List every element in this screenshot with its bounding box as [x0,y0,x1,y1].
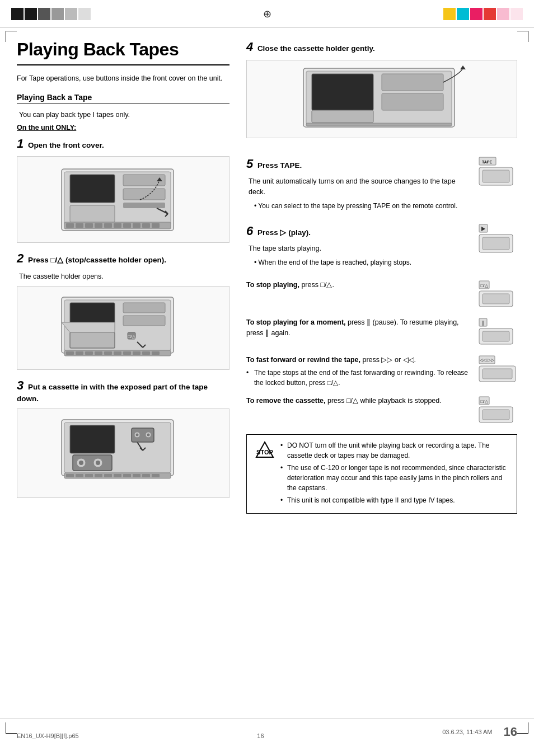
svg-point-45 [96,461,100,465]
step-3-number: 3 [17,378,24,392]
svg-rect-29 [76,351,83,355]
svg-rect-54 [85,474,93,477]
svg-rect-24 [70,332,115,348]
tip-remove: To remove the cassette, press □/△ while … [246,396,517,425]
svg-point-48 [136,433,139,436]
step-6-image [478,223,517,256]
svg-rect-89 [483,369,512,379]
step-6-content: 6 Press ▷ (play). The tape starts playin… [246,223,472,270]
svg-rect-17 [152,223,160,228]
svg-rect-14 [123,223,131,228]
step-6-desc: The tape starts playing. [249,243,472,254]
step-5-container: 5 Press TAPE. The unit automatically tur… [246,156,517,213]
step-2-title: Press □/△ (stop/cassette holder open). [28,256,166,264]
svg-rect-11 [95,223,102,228]
svg-rect-37 [152,351,160,355]
svg-rect-65 [382,74,443,91]
tip-remove-desc: press □/△ while playback is stopped. [327,397,442,405]
step-5-header: 5 Press TAPE. [246,156,472,172]
tip-remove-text: To remove the cassette, press □/△ while … [246,396,472,406]
svg-rect-23 [123,316,165,326]
tip-remove-img: □/△ [478,396,517,425]
tip-ffwd-label: To fast forward or rewind the tape, [246,356,360,364]
svg-rect-58 [123,474,131,477]
left-column: Playing Back Tapes For Tape operations, … [17,39,229,514]
tip-ffwd-bullet-text: The tape stops at the end of the fast fo… [254,369,468,387]
svg-rect-12 [104,223,112,228]
step-6-number: 6 [246,224,253,238]
note-item-3: This unit is not compatible with type II… [280,495,509,505]
step-1-number: 1 [17,137,24,151]
color-bars-left [11,8,91,20]
svg-rect-67 [312,110,373,123]
note-item-1: DO NOT turn off the unit while playing b… [280,440,509,461]
svg-point-43 [79,461,83,465]
svg-rect-31 [95,351,102,355]
step-4-title: Close the cassette holder gently. [257,44,375,53]
corner-mark-tl [6,31,17,42]
svg-text:◁◁  ▷▷: ◁◁ ▷▷ [480,358,495,363]
color-bar-yellow [443,8,456,20]
tip-ffwd-svg: ◁◁ ▷▷ [478,355,517,383]
main-content: Playing Back Tapes For Tape operations, … [0,28,534,525]
color-bar-black2 [25,8,37,20]
tip-remove-svg: □/△ [478,396,514,424]
intro-text: For Tape operations, use buttons inside … [17,73,229,84]
note-icon: STOP [255,440,275,508]
svg-rect-66 [382,93,443,110]
svg-rect-30 [85,351,93,355]
svg-rect-8 [66,223,74,228]
svg-rect-34 [123,351,131,355]
color-bar-magenta [470,8,483,20]
tip-ffwd-text: To fast forward or rewind the tape, pres… [246,355,472,388]
svg-text:TAPE: TAPE [482,160,492,164]
svg-rect-2 [70,175,115,203]
crosshair-symbol: ⊕ [91,8,443,20]
step-2-header: 2 Press □/△ (stop/cassette holder open). [17,251,229,267]
tip-ffwd-desc: press ▷▷ or ◁◁. [362,356,416,364]
svg-rect-15 [133,223,140,228]
svg-rect-64 [312,74,373,110]
step-4-illustration [246,60,517,138]
color-bar-gray [51,8,64,20]
tip-stop-text: press □/△. [301,281,334,289]
color-bar-lightgray [65,8,77,20]
svg-rect-36 [142,351,150,355]
tip-pause-img: ‖ [478,317,517,347]
svg-rect-40 [70,425,115,453]
stop-warning-icon-svg: STOP [255,440,275,461]
tip-ffwd: To fast forward or rewind the tape, pres… [246,355,517,388]
svg-rect-85 [483,331,509,341]
svg-rect-9 [76,223,83,228]
tip-remove-label: To remove the cassette, [246,397,326,405]
color-bar-lightest [78,8,91,20]
tip-stop-label: To stop playing, [246,281,299,289]
svg-rect-10 [85,223,93,228]
tip-stop-playing: To stop playing, press □/△. □/△ [246,280,517,309]
step-5-content: 5 Press TAPE. The unit automatically tur… [246,156,472,213]
tip-remove-para: To remove the cassette, press □/△ while … [246,396,472,406]
svg-rect-32 [104,351,112,355]
step-4-content: 4 Close the cassette holder gently. [246,39,517,146]
section-subtitle: You can play back type I tapes only. [19,110,229,120]
tip-stop-playing-para: To stop playing, press □/△. [246,280,472,290]
step-1-illustration [17,156,229,243]
step-4-container: 4 Close the cassette holder gently. [246,39,517,146]
color-bar-darkgray [38,8,50,20]
step-1-header: 1 Open the front cover. [17,136,229,152]
step-5-number: 5 [246,157,253,171]
step-3-svg [45,411,202,495]
color-bar-lightpink [510,8,523,20]
tip-stop-img: □/△ [478,280,517,309]
svg-rect-77 [483,237,509,250]
tip-pause: To stop playing for a moment, press ‖ (p… [246,317,517,347]
svg-rect-57 [114,474,121,477]
svg-rect-33 [114,351,121,355]
svg-rect-93 [483,410,509,420]
tip-stop-playing-text: To stop playing, press □/△. [246,280,472,290]
color-bar-pink [497,8,509,20]
tip-pause-para: To stop playing for a moment, press ‖ (p… [246,317,472,339]
step-4-number: 4 [246,40,253,54]
tip-ffwd-bullet: • The tape stops at the end of the fast … [246,368,472,388]
step-5-title: Press TAPE. [257,161,302,170]
